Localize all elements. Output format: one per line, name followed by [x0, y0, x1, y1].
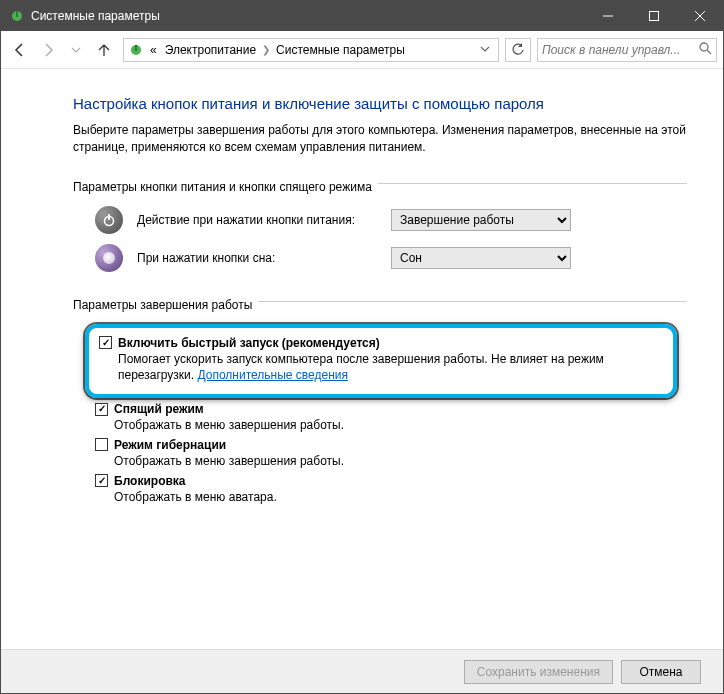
sleep-mode-label: Спящий режим	[114, 402, 204, 416]
navigation-bar: « Электропитание ❯ Системные параметры	[1, 31, 723, 69]
lock-checkbox[interactable]	[95, 474, 108, 487]
breadcrumb-item-0[interactable]: Электропитание	[163, 43, 258, 57]
hibernate-item: Режим гибернации Отображать в меню завер…	[95, 438, 687, 470]
recent-dropdown[interactable]	[63, 37, 89, 63]
sleep-icon	[95, 244, 123, 272]
page-description: Выберите параметры завершения работы для…	[73, 122, 687, 156]
search-icon	[699, 42, 712, 58]
back-button[interactable]	[7, 37, 33, 63]
search-box[interactable]	[537, 38, 717, 62]
hibernate-label: Режим гибернации	[114, 438, 226, 452]
breadcrumb[interactable]: « Электропитание ❯ Системные параметры	[123, 38, 499, 62]
minimize-button[interactable]	[585, 1, 631, 31]
svg-rect-1	[16, 11, 18, 17]
app-icon	[9, 8, 25, 24]
fast-startup-desc: Помогает ускорить запуск компьютера посл…	[118, 351, 659, 385]
fast-startup-item: Включить быстрый запуск (рекомендуется) …	[85, 324, 677, 399]
lock-item: Блокировка Отображать в меню аватара.	[95, 474, 687, 506]
maximize-button[interactable]	[631, 1, 677, 31]
svg-line-9	[707, 50, 711, 54]
refresh-button[interactable]	[505, 38, 531, 62]
sleep-mode-desc: Отображать в меню завершения работы.	[114, 417, 687, 434]
power-options-icon	[128, 42, 144, 58]
up-button[interactable]	[91, 37, 117, 63]
fast-startup-checkbox[interactable]	[99, 336, 112, 349]
search-input[interactable]	[542, 43, 697, 57]
lock-label: Блокировка	[114, 474, 186, 488]
divider-line	[378, 183, 687, 184]
power-icon	[95, 206, 123, 234]
forward-button[interactable]	[35, 37, 61, 63]
sleep-mode-checkbox[interactable]	[95, 403, 108, 416]
svg-point-8	[700, 43, 708, 51]
save-button[interactable]: Сохранить изменения	[464, 660, 613, 684]
breadcrumb-item-1[interactable]: Системные параметры	[274, 43, 407, 57]
hibernate-checkbox[interactable]	[95, 438, 108, 451]
footer: Сохранить изменения Отмена	[1, 649, 723, 693]
svg-rect-3	[650, 12, 659, 21]
sleep-button-select[interactable]: Сон	[391, 247, 571, 269]
page-title: Настройка кнопок питания и включение защ…	[73, 95, 687, 112]
chevron-right-icon: ❯	[262, 44, 270, 55]
breadcrumb-dropdown[interactable]	[476, 43, 494, 57]
lock-desc: Отображать в меню аватара.	[114, 489, 687, 506]
window-title: Системные параметры	[31, 9, 160, 23]
cancel-button[interactable]: Отмена	[621, 660, 701, 684]
divider-line	[258, 301, 687, 302]
section-label: Параметры кнопки питания и кнопки спящег…	[73, 178, 372, 196]
sleep-button-action-row: При нажатии кнопки сна: Сон	[95, 244, 687, 272]
breadcrumb-prefix[interactable]: «	[148, 43, 159, 57]
titlebar: Системные параметры	[1, 1, 723, 31]
hibernate-desc: Отображать в меню завершения работы.	[114, 453, 687, 470]
more-info-link[interactable]: Дополнительные сведения	[197, 368, 347, 382]
power-button-label: Действие при нажатии кнопки питания:	[137, 213, 377, 227]
power-button-select[interactable]: Завершение работы	[391, 209, 571, 231]
section-label: Параметры завершения работы	[73, 296, 252, 314]
fast-startup-label: Включить быстрый запуск (рекомендуется)	[118, 336, 380, 350]
section-power-buttons: Параметры кнопки питания и кнопки спящег…	[73, 172, 687, 196]
content-area: Настройка кнопок питания и включение защ…	[1, 69, 723, 649]
sleep-button-label: При нажатии кнопки сна:	[137, 251, 377, 265]
svg-rect-7	[135, 45, 137, 51]
close-button[interactable]	[677, 1, 723, 31]
sleep-mode-item: Спящий режим Отображать в меню завершени…	[95, 402, 687, 434]
section-shutdown: Параметры завершения работы	[73, 290, 687, 314]
power-button-action-row: Действие при нажатии кнопки питания: Зав…	[95, 206, 687, 234]
